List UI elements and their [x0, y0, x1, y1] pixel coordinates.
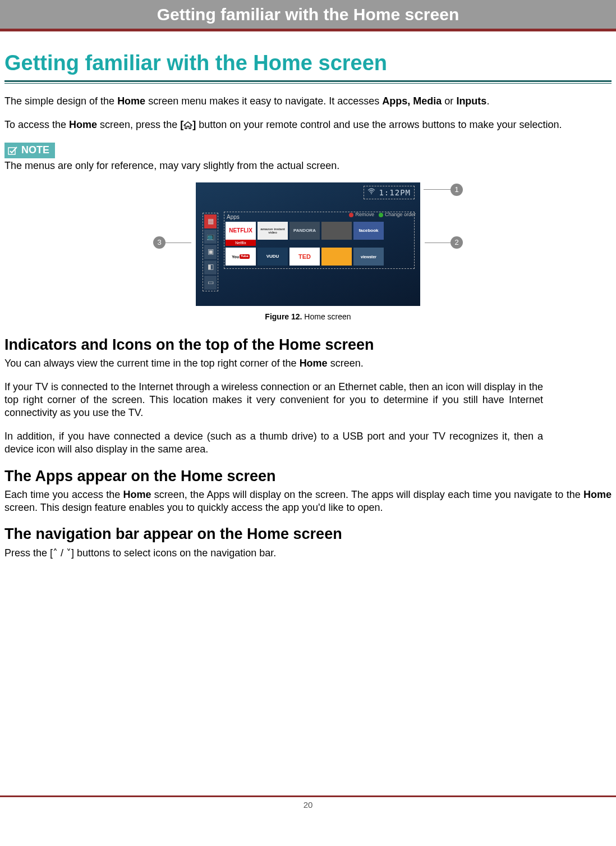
section-indicators-heading: Indicators and Icons on the top of the H…	[4, 335, 612, 355]
app-tile-netflix: NETFLIX	[226, 222, 256, 240]
app-tile-youtube: YouTube	[226, 248, 256, 266]
main-heading: Getting familiar with the Home screen	[4, 49, 612, 77]
svg-point-1	[371, 193, 372, 194]
navigation-sidebar: ▦ 📺 ▣ ◧ ▭	[203, 213, 218, 291]
callout-3: 3	[153, 236, 166, 249]
title-divider	[4, 80, 612, 84]
home-icon	[183, 120, 192, 132]
intro-paragraph-1: The simple design of the Home screen men…	[4, 95, 612, 108]
intro-paragraph-2: To access the Home screen, press the [] …	[4, 118, 612, 132]
nav-p1: Press the [˄ / ˅] buttons to select icon…	[4, 547, 612, 560]
nav-icon-4: ◧	[204, 260, 217, 275]
figure-home-screen: 1:12PM Remove Change order ▦ 📺 ▣ ◧ ▭ App…	[173, 182, 443, 306]
app-tile-vudu: VUDU	[258, 248, 288, 266]
indicators-p1: You can always view the current time in …	[4, 357, 612, 370]
indicators-p3: In addition, if you have connected a dev…	[4, 430, 543, 456]
apps-p1: Each time you access the Home screen, th…	[4, 488, 612, 515]
note-label: NOTE	[21, 144, 49, 157]
callout-2: 2	[450, 236, 463, 249]
note-text: The menus are only for reference, may va…	[4, 159, 612, 172]
indicators-p2: If your TV is connected to the Internet …	[4, 381, 543, 420]
nav-icon-2: 📺	[204, 230, 217, 244]
app-tile-facebook: facebook	[353, 222, 384, 240]
app-row-2: YouTube VUDU TED viewster	[226, 248, 413, 266]
page-number: 20	[0, 797, 616, 816]
callout-1: 1	[450, 184, 463, 196]
header-title: Getting familiar with the Home screen	[157, 5, 459, 24]
callout-3-line	[164, 243, 191, 243]
app-tile-pandora: PANDORA	[289, 222, 320, 240]
app-tile-viewster: viewster	[353, 248, 384, 266]
section-nav-heading: The navigation bar appear on the Home sc…	[4, 524, 612, 544]
status-indicator-area: 1:12PM	[364, 186, 415, 199]
nav-icon-5: ▭	[204, 276, 217, 290]
wifi-icon	[367, 188, 375, 197]
app-tile-unknown2	[321, 248, 352, 266]
note-badge: NOTE	[4, 143, 55, 158]
nav-icon-apps: ▦	[204, 214, 217, 228]
figure-caption: Figure 12. Home screen	[4, 312, 612, 322]
tv-screenshot: 1:12PM Remove Change order ▦ 📺 ▣ ◧ ▭ App…	[196, 182, 420, 306]
checkbox-icon	[8, 146, 18, 155]
netflix-selected-label: Netflix	[226, 240, 256, 246]
section-apps-heading: The Apps appear on the Home screen	[4, 467, 612, 486]
callout-1-line	[424, 189, 452, 190]
up-down-arrows-icon: ˄ / ˅	[53, 547, 71, 559]
apps-grid: Apps NETFLIX Netflix amazon instant vide…	[224, 212, 415, 269]
clock-display: 1:12PM	[379, 188, 411, 198]
apps-label: Apps	[226, 213, 413, 221]
app-tile-ted: TED	[289, 248, 320, 266]
app-tile-amazon: amazon instant video	[258, 222, 288, 240]
callout-2-line	[425, 243, 452, 243]
app-tile-unknown1	[321, 222, 352, 240]
page-header-bar: Getting familiar with the Home screen	[0, 0, 616, 31]
nav-icon-3: ▣	[204, 245, 217, 259]
app-row-1: NETFLIX Netflix amazon instant video PAN…	[226, 222, 413, 246]
